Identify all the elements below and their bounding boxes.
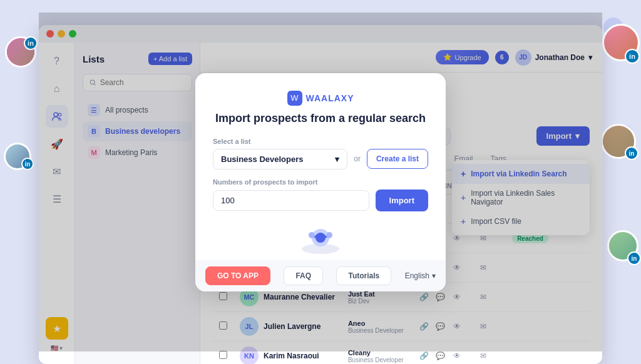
faq-button[interactable]: FAQ (284, 266, 323, 285)
create-list-button[interactable]: Create a list (367, 149, 428, 169)
modal-import-row: Import (213, 190, 428, 211)
selected-list-value: Business Developers (221, 154, 304, 164)
row-check-5[interactable] (219, 351, 227, 359)
go-to-app-button[interactable]: GO TO APP (205, 266, 270, 285)
import-count-input[interactable] (213, 190, 369, 211)
modal-logo: W WAALAXY (213, 91, 428, 106)
language-label: English (405, 271, 429, 280)
import-modal: W WAALAXY Import prospects from a regula… (195, 73, 446, 291)
waalaxy-logo-icon: W (287, 91, 302, 106)
language-chevron: ▾ (432, 271, 436, 280)
prospect-fullname-5: Karim Nasraoui (264, 351, 319, 360)
tutorials-button[interactable]: Tutorials (336, 266, 391, 285)
list-select[interactable]: Business Developers ▾ (213, 149, 347, 169)
modal-list-row: Business Developers ▾ or Create a list (213, 149, 428, 169)
waalaxy-logo-text: WAALAXY (306, 93, 354, 103)
select-chevron: ▾ (335, 154, 339, 164)
select-list-label: Select a list (213, 138, 428, 145)
modal-or-label: or (354, 154, 361, 163)
modal-illustration (213, 224, 428, 255)
modal-title: Import prospects from a regular search (213, 112, 428, 125)
svg-point-8 (326, 232, 332, 238)
svg-point-7 (309, 232, 315, 238)
modal-import-button[interactable]: Import (376, 190, 428, 211)
modal-overlay: W WAALAXY Import prospects from a regula… (39, 13, 602, 351)
language-selector[interactable]: English ▾ (405, 271, 436, 280)
modal-footer: GO TO APP FAQ Tutorials English ▾ (195, 260, 446, 291)
numbers-label: Numbers of prospects to import (213, 178, 428, 186)
